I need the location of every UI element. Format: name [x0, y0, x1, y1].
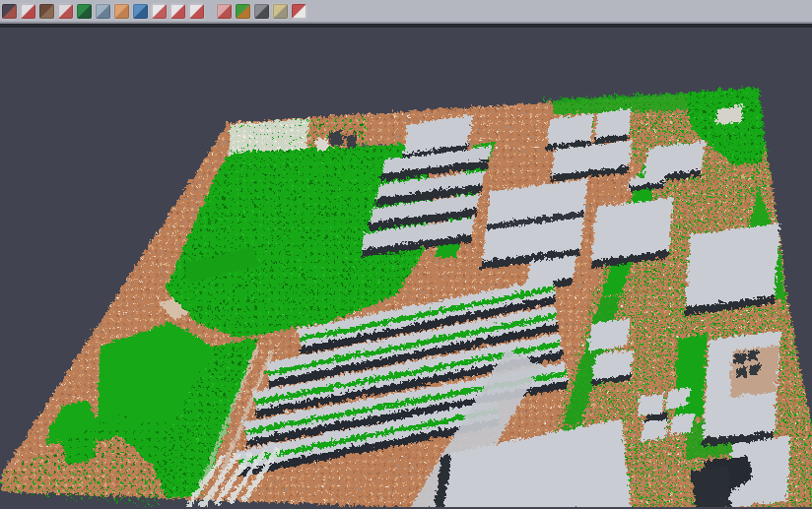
sparse-points-icon[interactable] [58, 4, 73, 19]
classification-palette-icon[interactable] [236, 4, 250, 19]
building-topmid-b-roof [593, 107, 630, 137]
volume-box-icon[interactable] [114, 4, 129, 19]
small-box-1 [636, 392, 663, 414]
boxes-right-dark-3 [735, 365, 746, 376]
building-mid-a-roof [586, 317, 629, 350]
toolbar-icons [2, 4, 310, 19]
white-building-top [313, 137, 328, 150]
right-green-1 [674, 333, 706, 420]
small-box-2 [664, 386, 689, 408]
building-center2-roof [590, 196, 672, 259]
application-window [0, 0, 812, 509]
selection-red-icon[interactable] [189, 4, 204, 19]
terrain-brown-icon[interactable] [39, 4, 54, 19]
small-box-4 [668, 412, 693, 433]
building-right-big-roof [684, 222, 778, 306]
grid-red-icon[interactable] [217, 4, 232, 19]
boxes-right-dark-2 [746, 349, 757, 359]
boxes-right-dark-4 [748, 362, 759, 373]
list-red-icon[interactable] [152, 4, 167, 19]
3d-viewport[interactable] [0, 28, 812, 507]
sphere-icon[interactable] [254, 4, 269, 19]
clip-yellow-icon[interactable] [273, 4, 288, 19]
dark-notch-building [690, 464, 730, 507]
main-toolbar [0, 0, 812, 24]
target-red-icon[interactable] [170, 4, 185, 19]
scene-svg [0, 28, 812, 507]
building-topmid-a-roof [546, 112, 592, 144]
dark-building-top-2 [344, 133, 356, 147]
white-bits-topright [714, 104, 742, 123]
open-mesh-icon[interactable] [2, 4, 17, 19]
point-cloud-terrain [0, 86, 812, 507]
layers-red-icon[interactable] [292, 4, 306, 19]
terrain-green-icon[interactable] [77, 4, 92, 19]
scatter-points-icon[interactable] [21, 4, 35, 19]
boxes-right-dark-1 [733, 351, 744, 362]
dark-building-top-1 [327, 129, 342, 145]
prism-icon[interactable] [96, 4, 110, 19]
globe-icon[interactable] [133, 4, 148, 19]
